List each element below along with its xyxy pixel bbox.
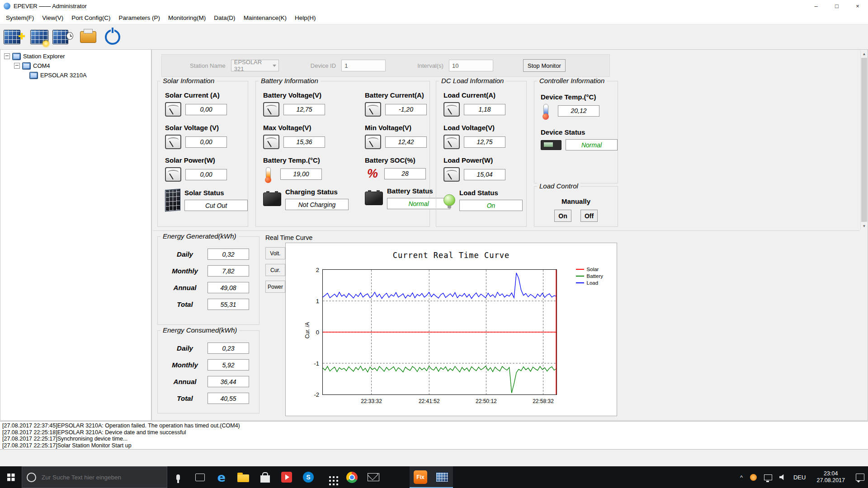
file-explorer-button[interactable] [232, 466, 254, 488]
energy-row-value: 40,55 [208, 393, 249, 404]
interval-input[interactable] [449, 60, 493, 71]
gauge-icon [365, 135, 381, 149]
scroll-up-icon[interactable]: ▲ [861, 50, 868, 57]
stop-monitor-button[interactable]: Stop Monitor [523, 59, 566, 72]
menu-port-config[interactable]: Port Config(C) [67, 13, 114, 23]
edge-button[interactable]: e [211, 466, 232, 488]
charging-status-label: Charging Status [285, 188, 349, 196]
tree-label-com4[interactable]: COM4 [33, 62, 50, 69]
fix-app-button[interactable]: Fix [410, 466, 431, 488]
menu-data[interactable]: Data(D) [210, 13, 239, 23]
volume-button[interactable] [776, 466, 790, 488]
start-button[interactable] [0, 466, 22, 488]
com-port-icon [22, 62, 31, 70]
titlebar: EPEVER —— Administrator – □ × [0, 0, 868, 12]
device-id-label: Device ID [311, 62, 336, 69]
video-app-button[interactable] [276, 466, 297, 488]
battery-information-group: Battery Information Battery Voltage(V) 1… [255, 81, 430, 227]
printer-icon [80, 31, 96, 43]
chrome-icon [346, 472, 358, 483]
station-name-combo[interactable]: EPSOLAR 321 [231, 60, 279, 71]
realtime-monitor-button[interactable] [52, 27, 75, 47]
load-on-button[interactable]: On [554, 210, 571, 222]
network-button[interactable] [760, 466, 776, 488]
maximize-button[interactable]: □ [826, 0, 847, 12]
device-status-value: Normal [566, 139, 618, 150]
clock-time: 23:04 [816, 470, 845, 477]
load-off-button[interactable]: Off [580, 210, 598, 222]
tab-cur[interactable]: Cur. [265, 264, 285, 276]
scroll-down-icon[interactable]: ▼ [861, 222, 868, 230]
close-button[interactable]: × [847, 0, 868, 12]
load-voltage-value: 12,75 [464, 136, 505, 148]
all-apps-grid-icon [329, 476, 331, 478]
energy-row-value: 36,44 [208, 376, 249, 387]
window-title: EPEVER —— Administrator [14, 3, 87, 9]
chrome-button[interactable] [341, 466, 363, 488]
tree-item-com4[interactable]: COM4 [0, 61, 151, 70]
all-apps-button[interactable] [319, 466, 341, 488]
cortana-icon [27, 473, 36, 482]
device-thermometer-icon [543, 104, 548, 117]
menu-maintenance[interactable]: Maintenance(K) [240, 13, 291, 23]
battery-current-value: -1,20 [385, 104, 427, 115]
load-current-label: Load Current(A) [443, 91, 526, 99]
controller-information-group: Controller Information Device Temp.(°C) … [534, 81, 618, 183]
station-monitor-button[interactable] [28, 27, 51, 47]
skype-button[interactable]: S [297, 466, 319, 488]
plus-badge-icon [19, 33, 24, 39]
tray-chevron-button[interactable]: ^ [736, 466, 746, 488]
energy-row: Annual 36,44 [162, 376, 259, 387]
menu-monitoring[interactable]: Monitoring(M) [164, 13, 210, 23]
tree-item-station-explorer[interactable]: Station Explorer [0, 52, 151, 61]
toolbar [0, 25, 868, 49]
legend-line-load [576, 282, 584, 283]
legend-label-load: Load [587, 280, 599, 286]
scrollbar-thumb[interactable] [861, 58, 867, 222]
device-icon [29, 72, 38, 79]
menu-parameters[interactable]: Parameters (P) [115, 13, 165, 23]
tree-label-epsolar-3210a[interactable]: EPSOLAR 3210A [40, 72, 87, 79]
export-data-button[interactable] [77, 27, 99, 47]
tree-expander-icon[interactable] [14, 63, 20, 69]
tab-power[interactable]: Power [265, 281, 285, 293]
tray-alert-icon [750, 474, 757, 481]
y-tick: 0 [316, 329, 319, 336]
battery-voltage-value: 12,75 [283, 104, 325, 115]
battery-icon [365, 192, 383, 205]
taskbar-search[interactable] [22, 466, 167, 488]
min-voltage-value: 12,42 [385, 136, 427, 148]
microphone-button[interactable] [167, 466, 189, 488]
tree-label-station-explorer[interactable]: Station Explorer [23, 53, 65, 60]
plot-area: 2 1 0 -1 -2 22:33:32 22:41:52 22:50:12 2… [322, 269, 557, 395]
store-button[interactable] [254, 466, 276, 488]
task-view-button[interactable] [189, 466, 211, 488]
tray-alert-button[interactable] [746, 466, 760, 488]
add-station-button[interactable] [4, 27, 26, 47]
realtime-chart: Current Real Time Curve Cur. /A 2 1 0 -1… [285, 243, 617, 416]
power-exit-button[interactable] [101, 27, 124, 47]
menu-system[interactable]: System(F) [2, 13, 38, 23]
mail-button[interactable] [363, 466, 384, 488]
station-name-value: EPSOLAR 321 [234, 59, 273, 72]
solar-voltage-field: Solar Voltage (V) 0,00 [165, 124, 248, 149]
search-input[interactable] [41, 474, 167, 481]
clock-badge-icon [66, 32, 73, 40]
tree-expander-icon[interactable] [4, 53, 10, 59]
device-id-input[interactable] [341, 60, 386, 71]
energy-row-value: 0,23 [208, 343, 249, 354]
load-status-value: On [459, 200, 523, 211]
language-indicator[interactable]: DEU [790, 466, 809, 488]
vertical-scrollbar[interactable]: ▲ ▼ [860, 50, 868, 230]
tree-item-epsolar-3210a[interactable]: EPSOLAR 3210A [0, 70, 151, 80]
clock[interactable]: 23:04 27.08.2017 [809, 466, 852, 488]
menu-view[interactable]: View(V) [38, 13, 67, 23]
minimize-button[interactable]: – [806, 0, 826, 12]
solar-status-block: Solar Status Cut Out [165, 189, 248, 211]
epever-app-button[interactable] [431, 466, 453, 488]
menu-help[interactable]: Help(H) [291, 13, 320, 23]
log-line: [27.08.2017 22:25:17]Synchronising devic… [2, 436, 866, 442]
energy-generated-group: Energy Generated(kWh) Daily 0,32 Monthly… [157, 236, 259, 325]
tab-volt[interactable]: Volt. [265, 247, 285, 259]
action-center-button[interactable] [852, 466, 868, 488]
